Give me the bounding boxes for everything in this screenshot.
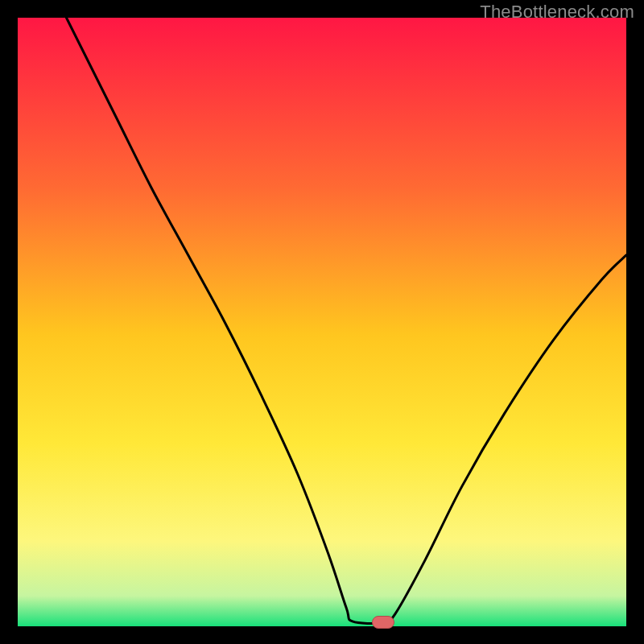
plot-svg (18, 18, 626, 626)
plot-area (18, 18, 626, 626)
chart-frame: TheBottleneck.com (0, 0, 644, 644)
optimal-point-marker (372, 616, 394, 629)
